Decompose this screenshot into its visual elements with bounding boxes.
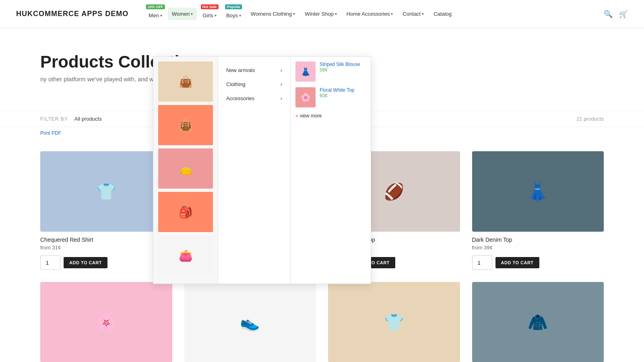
nav-item-men[interactable]: 10% OFF Men ▾ (144, 6, 166, 22)
chevron-down-icon: ▾ (191, 12, 193, 16)
product-image: 👕 (40, 151, 172, 232)
chevron-right-icon: › (281, 95, 282, 101)
chevron-right-icon: › (281, 67, 282, 73)
sub-menu-label: New arrivals (226, 67, 255, 73)
product-card[interactable]: 🧥 Navy Sports Jacket from 45¢ ADD TO CAR… (472, 282, 604, 362)
product-image: 👕 (328, 282, 460, 362)
women-products-sub: 👗 Striped Silk Blouse 56¢ 🌸 Floral White… (290, 57, 371, 284)
product-name: Dark Denim Top (472, 237, 604, 243)
nav-item-women[interactable]: Women ▾ (168, 8, 197, 20)
add-to-cart-button[interactable]: ADD TO CART (64, 257, 107, 268)
product-image: 🌸 (40, 282, 172, 362)
nav-label-men: Men (149, 12, 159, 19)
nav-item-boys[interactable]: Popular Boys ▾ (222, 6, 245, 22)
product-mini-info: Floral White Top 60¢ (320, 87, 354, 99)
women-images-column: 👜👜👝🎒👛 (153, 57, 218, 284)
product-card[interactable]: 🌸 Floral White Top from 22¢ ADD TO CART (40, 282, 172, 362)
nav-item-winter-shop[interactable]: Winter Shop ▾ (301, 8, 341, 20)
product-mini-item[interactable]: 👗 Striped Silk Blouse 56¢ (295, 62, 366, 82)
nav-label-home-accessories: Home Accessories (347, 11, 390, 17)
nav-item-catalog[interactable]: Catalog (429, 8, 456, 20)
women-image-item[interactable]: 👜 (158, 62, 213, 102)
boys-badge: Popular (225, 4, 242, 9)
quantity-input[interactable] (40, 255, 60, 270)
search-icon[interactable]: 🔍 (604, 10, 613, 19)
women-sub-menu: New arrivals›Clothing›Accessories› (218, 57, 290, 284)
product-image: 👗 (472, 151, 604, 232)
product-card[interactable]: 👕 Long Sleeve Cotton Top from 25¢ ADD TO… (328, 282, 460, 362)
sub-menu-item[interactable]: Accessories› (218, 91, 290, 105)
product-mini-price: 60¢ (320, 93, 354, 99)
nav-label-boys: Boys (226, 12, 238, 19)
women-image-item[interactable]: 👛 (158, 235, 213, 276)
product-price: from 39¢ (472, 245, 604, 251)
nav-item-contact[interactable]: Contact ▾ (398, 8, 428, 20)
view-more-link[interactable]: »view more (295, 113, 366, 119)
girls-badge: Hot Sale (201, 4, 219, 9)
chevron-down-icon: ▾ (160, 13, 162, 18)
product-card[interactable]: 👕 Chequered Red Shirt from 31¢ ADD TO CA… (40, 151, 172, 270)
sub-menu-label: Clothing (226, 81, 246, 87)
product-count: 21 products (576, 116, 604, 122)
filter-label: FILTER BY (40, 116, 68, 122)
product-name: Chequered Red Shirt (40, 237, 172, 243)
add-to-cart-row: ADD TO CART (472, 255, 604, 270)
product-mini-name[interactable]: Striped Silk Blouse (320, 62, 360, 67)
chevron-down-icon: ▾ (215, 13, 217, 18)
site-logo[interactable]: HUKCOMMERCE APPS DEMO (16, 10, 128, 18)
nav-item-womens-clothing[interactable]: Womens Clothing ▾ (247, 8, 299, 20)
nav-label-winter-shop: Winter Shop (305, 11, 334, 17)
chevron-down-icon: ▾ (293, 12, 295, 16)
product-mini-image: 🌸 (295, 87, 316, 107)
quantity-input[interactable] (472, 255, 492, 270)
product-mini-price: 56¢ (320, 67, 360, 73)
women-dropdown: 👜👜👝🎒👛 New arrivals›Clothing›Accessories›… (153, 56, 371, 284)
main-nav: 10% OFF Men ▾ Women ▾ Hot Sale Girls ▾ P… (144, 6, 604, 22)
product-mini-image: 👗 (295, 62, 316, 82)
add-to-cart-row: ADD TO CART (40, 255, 172, 270)
nav-item-home-accessories[interactable]: Home Accessories ▾ (343, 8, 397, 20)
product-card[interactable]: 👟 LED High Tops from 19¢ ADD TO CART (184, 282, 316, 362)
product-image: 👟 (184, 282, 316, 362)
cart-icon[interactable]: 🛒 (619, 10, 628, 19)
women-image-item[interactable]: 🎒 (158, 192, 213, 232)
filter-value[interactable]: All products (74, 116, 102, 122)
nav-label-womens-clothing: Womens Clothing (251, 11, 292, 17)
chevron-down-icon: ▾ (239, 13, 241, 18)
nav-label-girls: Girls (202, 12, 213, 19)
product-price: from 31¢ (40, 245, 172, 251)
sub-menu-label: Accessories (226, 95, 254, 101)
nav-label-contact: Contact (402, 11, 421, 17)
add-to-cart-button[interactable]: ADD TO CART (495, 257, 539, 268)
women-image-item[interactable]: 👜 (158, 105, 213, 145)
chevron-down-icon: ▾ (422, 12, 424, 16)
chevron-right-icon: › (281, 81, 282, 87)
product-card[interactable]: 👗 Dark Denim Top from 39¢ ADD TO CART (472, 151, 604, 270)
arrow-icon: » (295, 113, 298, 119)
site-header: HUKCOMMERCE APPS DEMO 10% OFF Men ▾ Wome… (0, 0, 644, 28)
product-mini-name[interactable]: Floral White Top (320, 87, 354, 93)
nav-label-women: Women (172, 11, 190, 17)
main-content: Products Collection ny other platform we… (0, 28, 644, 362)
product-mini-info: Striped Silk Blouse 56¢ (320, 62, 360, 73)
nav-item-girls[interactable]: Hot Sale Girls ▾ (198, 6, 221, 22)
nav-label-catalog: Catalog (433, 11, 452, 17)
sub-menu-item[interactable]: Clothing› (218, 77, 290, 91)
product-mini-item[interactable]: 🌸 Floral White Top 60¢ (295, 87, 366, 107)
product-image: 🧥 (472, 282, 604, 362)
women-image-item[interactable]: 👝 (158, 148, 213, 189)
chevron-down-icon: ▾ (335, 12, 337, 16)
chevron-down-icon: ▾ (391, 12, 393, 16)
sub-menu-item[interactable]: New arrivals› (218, 63, 290, 77)
header-actions: 🔍 🛒 (604, 10, 628, 19)
men-badge: 10% OFF (146, 4, 165, 9)
